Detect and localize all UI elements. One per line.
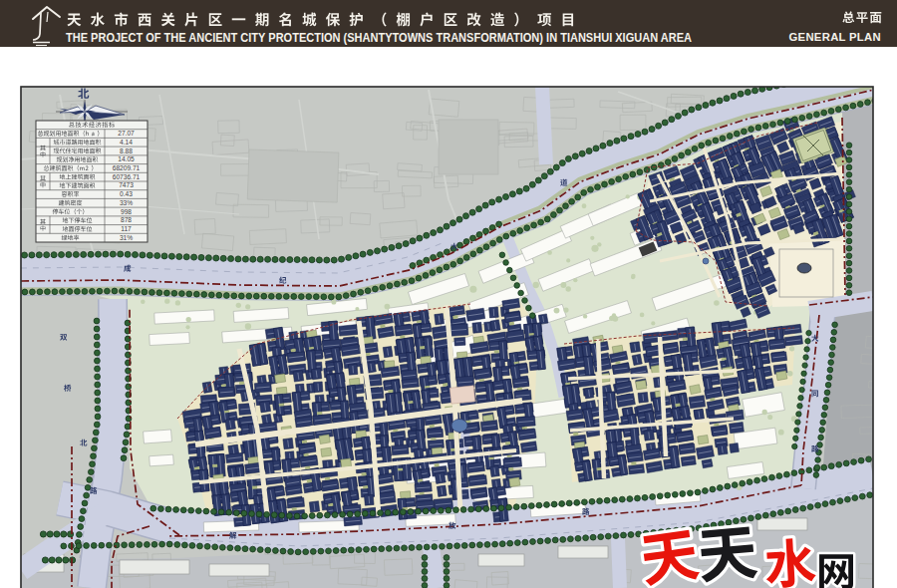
- svg-text:GENERAL PLAN: GENERAL PLAN: [788, 31, 881, 43]
- svg-text:31%: 31%: [120, 234, 133, 241]
- svg-text:0.43: 0.43: [120, 190, 133, 197]
- svg-text:878: 878: [121, 216, 132, 223]
- svg-text:4.14: 4.14: [120, 139, 133, 146]
- svg-text:33%: 33%: [120, 199, 133, 206]
- svg-text:117: 117: [121, 225, 132, 232]
- svg-text:8.88: 8.88: [120, 147, 133, 154]
- svg-text:THE PROJECT OF THE ANCIENT CIT: THE PROJECT OF THE ANCIENT CITY PROTECTI…: [66, 31, 692, 45]
- svg-text:68209.71: 68209.71: [113, 164, 141, 171]
- svg-text:27.07: 27.07: [118, 130, 135, 137]
- svg-text:14.05: 14.05: [118, 155, 135, 162]
- svg-text:60736.71: 60736.71: [113, 173, 141, 180]
- svg-text:7473: 7473: [119, 181, 134, 188]
- svg-text:998: 998: [121, 208, 132, 215]
